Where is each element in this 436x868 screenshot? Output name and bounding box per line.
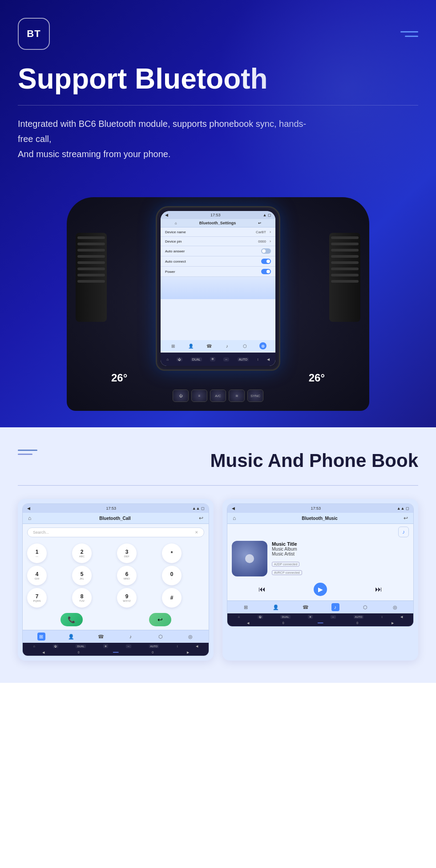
search-clear-icon[interactable]: ✕ — [195, 530, 198, 535]
call-home-sbb[interactable]: ⌂ — [33, 645, 35, 648]
screen-row-auto-answer[interactable]: Auto answer — [161, 246, 275, 256]
person-icon[interactable]: 👤 — [187, 342, 194, 349]
call-phone-icon[interactable]: ☎ — [97, 633, 105, 641]
next-track-btn[interactable]: ⏭ — [375, 585, 382, 593]
music-snow-sbb[interactable]: ❄ — [308, 615, 313, 619]
hamburger-menu-icon[interactable] — [400, 31, 418, 37]
link-icon[interactable]: ⬡ — [241, 342, 248, 349]
call-temp-left: 0 — [78, 651, 80, 654]
dialpad-key-3[interactable]: 3 DEF — [117, 544, 137, 563]
music-power-sbb[interactable]: ⏻ — [258, 615, 263, 619]
prev-track-btn[interactable]: ⏮ — [258, 585, 266, 593]
phys-btn-3[interactable]: A/C — [210, 389, 226, 402]
dialpad-key-6[interactable]: 6 MNO — [117, 566, 137, 585]
search-placeholder: Search... — [33, 530, 49, 535]
music-fan-sbb[interactable]: ↔ — [331, 615, 336, 619]
play-btn[interactable]: ▶ — [314, 583, 327, 596]
power-toggle[interactable] — [261, 269, 271, 274]
call-power-sbb[interactable]: ⏻ — [53, 645, 58, 648]
music-vol-sbb[interactable]: ◀ — [400, 615, 403, 619]
section-ham-line1 — [18, 450, 37, 451]
key-9-main: 9 — [125, 593, 129, 600]
back-btn[interactable]: ◀ — [165, 213, 168, 217]
call-snow-sbb[interactable]: ❄ — [103, 644, 108, 648]
dialpad-key-2[interactable]: 2 ABC — [72, 544, 92, 563]
music-home-sbb[interactable]: ⌂ — [238, 615, 240, 618]
vol-sbb[interactable]: ◀ — [267, 357, 270, 361]
music-note-active[interactable]: ♪ — [331, 603, 339, 611]
music-grid-icon[interactable]: ⊞ — [242, 603, 250, 611]
music-icon[interactable]: ♪ — [223, 342, 230, 349]
redial-button[interactable]: ↩ — [149, 613, 171, 626]
auto-sbb[interactable]: AUTO — [238, 357, 249, 361]
music-phone-icon[interactable]: ☎ — [302, 603, 310, 611]
music-note-btn[interactable]: ♪ — [398, 527, 409, 537]
music-link-icon[interactable]: ⬡ — [361, 603, 369, 611]
call-time: 17:53 — [106, 506, 117, 511]
dialpad-key-1[interactable]: 1 — — [27, 544, 47, 563]
section-header: Music And Phone Book — [18, 450, 418, 472]
snowflake-sbb[interactable]: ❄ — [210, 357, 215, 361]
key-0-sub: - — [171, 577, 172, 580]
music-back-arrow[interactable]: ◀ — [247, 621, 249, 625]
dialpad-key-7[interactable]: 7 PQRS — [27, 588, 47, 608]
call-settings-icon[interactable]: ◎ — [186, 633, 194, 641]
dialpad-key-8[interactable]: 8 TUV — [72, 588, 92, 608]
dialpad-key-4[interactable]: 4 GHI — [27, 566, 47, 585]
album-art-center — [245, 554, 254, 563]
call-link-icon[interactable]: ⬡ — [157, 633, 165, 641]
call-home-icon[interactable]: ⌂ — [28, 515, 31, 521]
screen-row-power[interactable]: Power — [161, 267, 275, 277]
phys-btn-sync[interactable]: SYNC — [247, 389, 263, 402]
auto-answer-toggle[interactable] — [261, 248, 271, 254]
call-auto-sbb[interactable]: AUTO — [149, 645, 159, 648]
phys-btn-2[interactable]: ≡ — [191, 389, 207, 402]
screen-row-device-name[interactable]: Device name CarBT › — [161, 227, 275, 237]
call-music-icon[interactable]: ♪ — [127, 633, 135, 641]
call-temp-right: 0 — [152, 651, 153, 654]
call-vol-sbb[interactable]: ◀ — [196, 645, 198, 648]
power-sbb[interactable]: ⏻ — [177, 357, 182, 361]
auto-connect-toggle[interactable] — [261, 259, 271, 264]
dialpad-key-9[interactable]: 9 WXYZ — [117, 588, 137, 608]
bt-icon-active[interactable]: ⊕ — [259, 342, 266, 349]
call-button[interactable]: 📞 — [61, 613, 83, 626]
screen-row-device-pin[interactable]: Device pin 0000 › — [161, 237, 275, 246]
music-mode-sbb[interactable]: ↕ — [381, 615, 383, 618]
music-back-icon[interactable]: ↩ — [404, 515, 408, 521]
section-hamburger[interactable] — [18, 450, 37, 455]
music-fwd-arrow[interactable]: ▶ — [392, 621, 394, 625]
hero-section: BT Support Bluetooth Integrated with BC6… — [0, 0, 436, 427]
tablet-frame: ◀ 17:53 ▲ ◻ ⌂ Bluetooth_Settings ↩ D — [156, 206, 280, 371]
hamburger-line-2 — [405, 36, 418, 37]
dialpad-key-star[interactable]: * — [162, 544, 182, 563]
back-icon[interactable]: ↩ — [258, 221, 261, 225]
call-mode-sbb[interactable]: ↕ — [177, 645, 178, 648]
grid-icon[interactable]: ⊞ — [170, 342, 177, 349]
call-back-arrow[interactable]: ◀ — [42, 651, 44, 654]
key-9-sub: WXYZ — [123, 600, 130, 602]
home-icon[interactable]: ⌂ — [175, 221, 177, 225]
call-person-icon[interactable]: 👤 — [67, 633, 75, 641]
dialpad-search[interactable]: Search... ✕ — [27, 527, 204, 537]
music-person-icon[interactable]: 👤 — [272, 603, 280, 611]
call-back-icon[interactable]: ↩ — [199, 515, 203, 521]
call-fwd-arrow[interactable]: ▶ — [187, 651, 189, 654]
home-sbb[interactable]: ⌂ — [166, 357, 169, 361]
music-settings-icon[interactable]: ◎ — [391, 603, 399, 611]
dialpad-key-hash[interactable]: # — [162, 588, 182, 608]
music-auto-sbb[interactable]: AUTO — [354, 615, 364, 619]
mode-sbb[interactable]: ↕ — [257, 357, 258, 361]
screen-row-auto-connect[interactable]: Auto connect — [161, 256, 275, 267]
music-home-icon[interactable]: ⌂ — [233, 515, 236, 521]
phys-btn-1[interactable]: ⏻ — [173, 389, 189, 402]
call-grid-icon[interactable]: ⊞ — [37, 633, 45, 641]
phys-btn-4[interactable]: ≋ — [229, 389, 245, 402]
call-fan-sbb[interactable]: ↔ — [126, 645, 131, 648]
phone-icon[interactable]: ☎ — [206, 342, 213, 349]
fan-sbb[interactable]: ↔ — [223, 357, 229, 361]
dialpad-key-5[interactable]: 5 JKL — [72, 566, 92, 585]
music-back-btn[interactable]: ◀ — [232, 506, 235, 511]
call-back-btn[interactable]: ◀ — [27, 506, 30, 511]
dialpad-key-0[interactable]: 0 - — [162, 566, 182, 585]
